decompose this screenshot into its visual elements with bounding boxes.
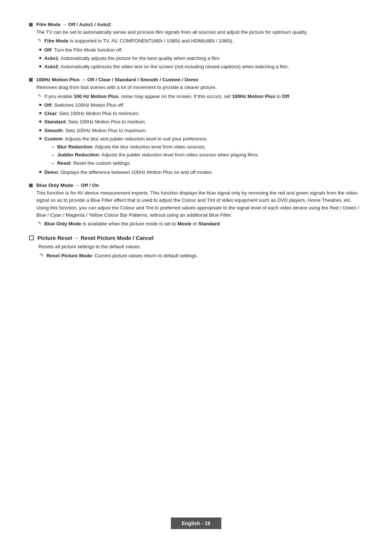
blue-only-mode-note: ✎ Blue Only Mode is available when the p… [38,220,363,228]
bullet-dot-icon [39,57,41,59]
bullet-text: Auto2: Automatically optimizes the video… [44,63,289,70]
list-item: Standard: Sets 100Hz Motion Plus to medi… [39,118,363,126]
list-item: Auto1: Automatically adjusts the picture… [39,55,363,62]
bullet-dot-icon [39,129,41,131]
film-mode-body: The TV can be set to automatically sense… [36,29,363,70]
picture-reset-section: Picture Reset → Reset Picture Mode / Can… [29,235,363,259]
blue-only-mode-desc: This function is for AV device measureme… [36,189,363,219]
bullet-text: Smooth: Sets 100Hz Motion Plus to maximu… [44,127,147,134]
bullet-dot-icon [39,138,41,140]
note-icon: ✎ [38,93,41,98]
square-bullet-icon [29,184,33,187]
checkbox-bullet-icon [29,236,34,240]
bullet-dot-icon [39,112,41,114]
bullet-text: Custom: Adjusts the blur and judder redu… [44,136,208,142]
bullet-text: Auto1: Automatically adjusts the picture… [44,55,220,62]
list-item: Clear: Sets 100Hz Motion Plus to minimum… [39,110,363,117]
picture-reset-header: Picture Reset → Reset Picture Mode / Can… [29,235,363,241]
list-item: Auto2: Automatically optimizes the video… [39,63,363,70]
picture-reset-note: ✎ Reset Picture Mode: Current picture va… [40,252,363,259]
sub-bullet-text: Reset: Reset the custom settings. [57,160,131,167]
picture-reset-desc: Resets all picture settings to the defau… [38,243,363,250]
blue-only-mode-note-text: Blue Only Mode is available when the pic… [44,220,221,228]
film-mode-section: Film Mode → Off / Auto1 / Auto2 The TV c… [29,22,363,70]
note-icon: ✎ [38,221,41,226]
list-item: – Reset: Reset the custom settings. [52,160,259,167]
list-item: – Judder Reduction: Adjusts the judder r… [52,151,259,159]
blue-only-mode-title: Blue Only Mode → Off / On [36,183,99,188]
motion-plus-desc: Removes drag from fast scenes with a lot… [36,84,363,91]
blue-only-mode-section: Blue Only Mode → Off / On This function … [29,183,363,228]
motion-plus-section: 100Hz Motion Plus → Off / Clear / Standa… [29,77,363,176]
sub-bullet-text: Judder Reduction: Adjusts the judder red… [57,151,259,159]
film-mode-header: Film Mode → Off / Auto1 / Auto2 [29,22,363,27]
note-icon: ✎ [38,38,41,43]
list-item: Custom: Adjusts the blur and judder redu… [39,135,363,168]
bullet-dot-icon [39,104,41,106]
list-item: Off: Turn the Film Mode function off. [39,46,363,54]
film-mode-note-text: Film Mode is supported in TV, AV, COMPON… [44,37,233,45]
dash-icon: – [52,143,54,151]
square-bullet-icon [29,78,33,82]
bullet-dot-icon [39,120,41,123]
note-icon: ✎ [40,253,44,258]
motion-plus-body: Removes drag from fast scenes with a lot… [36,84,363,176]
list-item: Demo: Displays the difference between 10… [39,169,363,176]
film-mode-desc: The TV can be set to automatically sense… [36,29,363,36]
list-item: – Blur Reduction: Adjusts the blur reduc… [52,143,259,151]
film-mode-title: Film Mode → Off / Auto1 / Auto2 [36,22,111,27]
sub-bullet-text: Blur Reduction: Adjusts the blur reducti… [57,143,206,151]
dash-icon: – [52,160,54,167]
bullet-dot-icon [39,49,41,51]
picture-reset-title: Picture Reset → Reset Picture Mode / Can… [37,235,154,241]
custom-sub-bullets: – Blur Reduction: Adjusts the blur reduc… [52,143,259,167]
film-mode-bullets: Off: Turn the Film Mode function off. Au… [39,46,363,71]
bullet-dot-icon [39,171,41,173]
square-bullet-icon [29,23,33,26]
bullet-text: Standard: Sets 100Hz Motion Plus to medi… [44,118,146,126]
bullet-dot-icon [39,65,41,68]
motion-plus-header: 100Hz Motion Plus → Off / Clear / Standa… [29,77,363,82]
dash-icon: – [52,151,54,159]
list-item: Smooth: Sets 100Hz Motion Plus to maximu… [39,127,363,134]
motion-plus-note-text: If you enable 100 Hz Motion Plus, noise … [44,93,290,100]
bullet-text: Off: Switches 100Hz Motion Plus off. [44,102,124,109]
page-content: Film Mode → Off / Auto1 / Auto2 The TV c… [0,0,392,302]
footer: English - 19 [171,518,221,529]
footer-text: English - 19 [182,520,211,526]
motion-plus-note: ✎ If you enable 100 Hz Motion Plus, nois… [38,93,363,100]
blue-only-mode-body: This function is for AV device measureme… [36,189,363,228]
motion-plus-bullets: Off: Switches 100Hz Motion Plus off. Cle… [39,102,363,176]
film-mode-note: ✎ Film Mode is supported in TV, AV, COMP… [38,37,363,45]
picture-reset-body: Resets all picture settings to the defau… [38,243,363,259]
bullet-text: Clear: Sets 100Hz Motion Plus to minimum… [44,110,140,117]
bullet-text: Off: Turn the Film Mode function off. [44,46,123,54]
blue-only-mode-header: Blue Only Mode → Off / On [29,183,363,188]
motion-plus-title: 100Hz Motion Plus → Off / Clear / Standa… [36,77,198,82]
bullet-text: Demo: Displays the difference between 10… [44,169,213,176]
list-item: Off: Switches 100Hz Motion Plus off. [39,102,363,109]
bullet-text-container: Custom: Adjusts the blur and judder redu… [44,135,259,168]
picture-reset-note-text: Reset Picture Mode: Current picture valu… [46,252,198,259]
